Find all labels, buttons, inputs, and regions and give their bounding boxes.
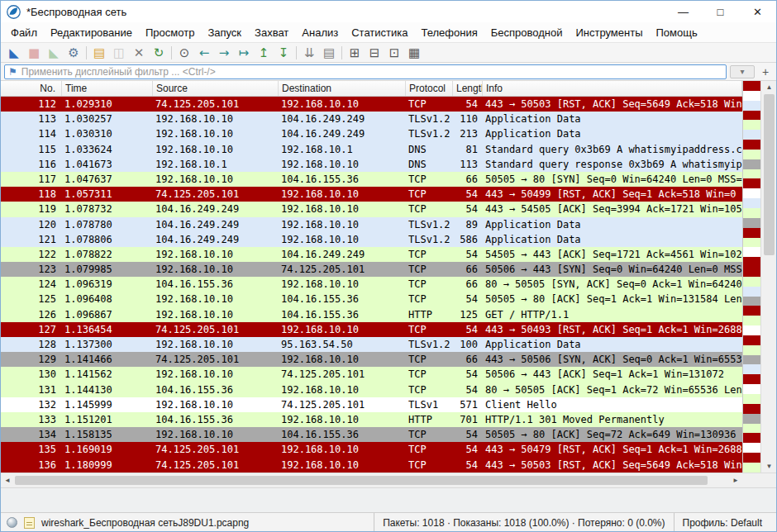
scroll-up-arrow-icon[interactable]: ▲ [761,81,777,93]
profile-selector[interactable]: Профиль: Default [674,513,771,532]
menu-tools[interactable]: Инструменты [569,24,649,41]
table-row[interactable]: 1161.041673192.168.10.1192.168.10.10DNS1… [1,157,742,172]
table-row[interactable]: 1311.144130104.16.155.36192.168.10.10TCP… [1,382,742,397]
filter-expression-combo[interactable]: ▾ [730,65,755,78]
column-header-proto[interactable]: Protocol [406,81,453,96]
cell-proto: TLSv1.2 [406,112,453,126]
table-row[interactable]: 1231.079985192.168.10.1074.125.205.101TC… [1,262,742,277]
minimap-stripe [743,287,760,297]
cell-no: 132 [1,397,62,412]
column-header-dst[interactable]: Destination [279,81,406,96]
menu-edit[interactable]: Редактирование [44,24,139,41]
menu-go[interactable]: Запуск [201,24,248,41]
table-row[interactable]: 1181.05731174.125.205.101192.168.10.10TC… [1,187,742,202]
menu-capture[interactable]: Захват [248,24,295,41]
table-row[interactable]: 1301.141562192.168.10.1074.125.205.101TC… [1,367,742,382]
menu-file[interactable]: Файл [4,24,44,41]
scroll-right-arrow-icon[interactable]: ► [729,473,742,487]
menu-telephony[interactable]: Телефония [414,24,484,41]
minimap-stripe [743,277,760,287]
cell-info: Application Data [483,232,742,247]
add-filter-button[interactable]: + [758,65,773,78]
horizontal-scrollbar-thumb[interactable] [15,476,708,485]
cell-src: 104.16.155.36 [153,277,279,292]
zoom-in-icon[interactable]: ⊞ [345,44,365,62]
cell-info: Application Data [483,112,742,126]
go-first-icon[interactable]: ↥ [254,44,274,62]
capture-options-icon[interactable]: ⚙ [64,44,83,62]
table-row[interactable]: 1261.096867192.168.10.10104.16.155.36HTT… [1,307,742,322]
table-row[interactable]: 1141.030310192.168.10.10104.16.249.249TL… [1,126,742,141]
cell-dst: 192.168.10.10 [279,232,406,247]
restart-capture-icon[interactable]: ◣ [44,44,64,62]
table-row[interactable]: 1341.158135192.168.10.10104.16.155.36TCP… [1,427,742,442]
cell-no: 127 [1,322,62,337]
table-row[interactable]: 1321.145999192.168.10.1074.125.205.101TL… [1,397,742,412]
scroll-down-arrow-icon[interactable]: ▼ [761,460,777,473]
cell-time: 1.151201 [62,412,153,427]
cell-no: 129 [1,352,62,367]
table-row[interactable]: 1351.16901974.125.205.101192.168.10.10TC… [1,442,742,457]
resize-columns-icon[interactable]: ▦ [404,44,424,62]
menu-wireless[interactable]: Беспроводной [484,24,570,41]
find-packet-icon[interactable]: ⊙ [174,44,194,62]
colorize-icon[interactable]: ▤ [319,44,339,62]
go-to-packet-icon[interactable]: ↦ [234,44,254,62]
go-last-icon[interactable]: ↧ [274,44,293,62]
start-capture-icon[interactable]: ◣ [4,44,24,62]
vertical-scrollbar[interactable]: ▲ ▼ [760,81,777,473]
column-header-len[interactable]: Length [453,81,483,96]
reload-icon[interactable]: ↻ [149,44,169,62]
column-header-src[interactable]: Source [153,81,279,96]
minimize-button[interactable]: — [665,1,702,22]
table-row[interactable]: 1251.096408192.168.10.10104.16.155.36TCP… [1,292,742,306]
cell-dst: 104.16.249.249 [279,247,406,262]
column-header-info[interactable]: Info [483,81,742,96]
table-row[interactable]: 1151.033624192.168.10.10192.168.10.1DNS8… [1,142,742,157]
cell-src: 104.16.249.249 [153,217,279,232]
filter-bookmark-icon[interactable]: ⚑ [8,66,17,78]
table-row[interactable]: 1331.151201104.16.155.36192.168.10.10HTT… [1,412,742,427]
table-row[interactable]: 1361.18099974.125.205.101192.168.10.10TC… [1,458,742,473]
go-forward-icon[interactable]: → [214,44,234,62]
table-row[interactable]: 1241.096319104.16.155.36192.168.10.10TCP… [1,277,742,292]
go-back-icon[interactable]: ← [194,44,214,62]
maximize-button[interactable]: □ [702,1,739,22]
table-row[interactable]: 1131.030257192.168.10.10104.16.249.249TL… [1,112,742,126]
table-row[interactable]: 1211.078806104.16.249.249192.168.10.10TL… [1,232,742,247]
close-button[interactable]: ✕ [739,1,776,22]
table-row[interactable]: 1281.137300192.168.10.1095.163.54.50TLSv… [1,337,742,352]
table-row[interactable]: 1221.078822192.168.10.10104.16.249.249TC… [1,247,742,262]
table-row[interactable]: 1191.078732104.16.249.249192.168.10.10TC… [1,202,742,216]
autoscroll-icon[interactable]: ⇊ [299,44,319,62]
scroll-left-arrow-icon[interactable]: ◄ [1,473,14,487]
capture-comment-icon[interactable] [24,517,35,529]
menu-help[interactable]: Помощь [650,24,704,41]
table-row[interactable]: 1201.078780104.16.249.249192.168.10.10TL… [1,217,742,232]
display-filter-input[interactable] [21,66,722,78]
menu-statistics[interactable]: Статистика [345,24,414,41]
stop-capture-icon[interactable]: ■ [24,44,44,62]
horizontal-scrollbar[interactable]: ◄ ► [1,473,742,487]
menu-view[interactable]: Просмотр [139,24,201,41]
zoom-100-icon[interactable]: ⊡ [384,44,404,62]
save-file-icon[interactable]: ◫ [109,44,129,62]
zoom-out-icon[interactable]: ⊟ [365,44,384,62]
cell-time: 1.096319 [62,277,153,292]
open-file-icon[interactable]: ▤ [89,44,109,62]
table-row[interactable]: 1291.14146674.125.205.101192.168.10.10TC… [1,352,742,367]
menu-analyze[interactable]: Анализ [295,24,345,41]
cell-len: 66 [453,352,483,367]
cell-info: 443 → 50503 [RST, ACK] Seq=5649 Ack=518 … [483,458,742,473]
vertical-scrollbar-thumb[interactable] [764,94,775,255]
close-file-icon[interactable]: ✕ [129,44,149,62]
column-header-time[interactable]: Time [62,81,153,96]
table-row[interactable]: 1171.047637192.168.10.10104.16.155.36TCP… [1,172,742,187]
expert-info-icon[interactable] [7,517,17,528]
cell-info: 443 → 54505 [ACK] Seq=3994 Ack=1721 Win=… [483,202,742,216]
cell-info: Application Data [483,337,742,352]
column-header-no[interactable]: No. [1,81,62,96]
packet-minimap[interactable] [742,81,760,473]
table-row[interactable]: 1271.13645474.125.205.101192.168.10.10TC… [1,322,742,337]
table-row[interactable]: 1121.02931074.125.205.101192.168.10.10TC… [1,97,742,112]
